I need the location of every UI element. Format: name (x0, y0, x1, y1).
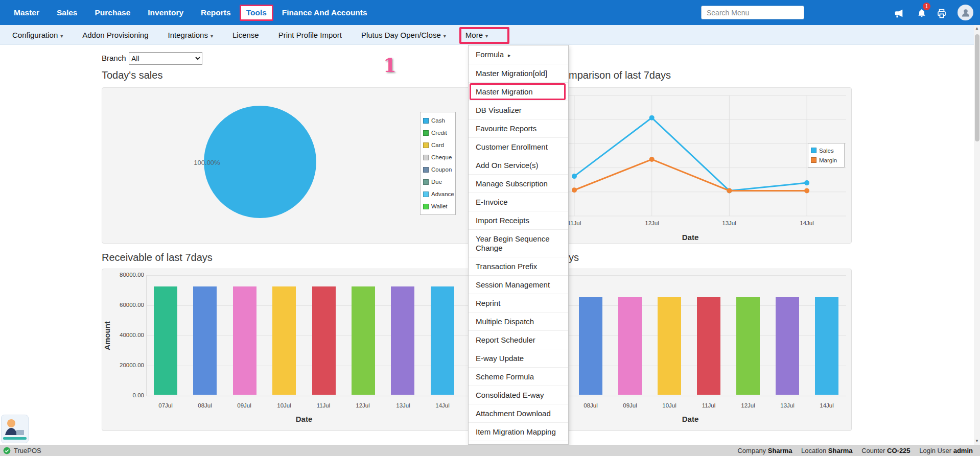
menu-item-manage-subscription[interactable]: Manage Subscription (469, 175, 568, 193)
branch-select[interactable]: All (129, 52, 202, 65)
nav-item-tools[interactable]: Tools (240, 5, 273, 21)
legend-item-due: Due (423, 176, 453, 188)
menu-item-item-migration-mapping[interactable]: Item Migration Mapping (469, 423, 568, 441)
scroll-down-arrow[interactable]: ▼ (974, 438, 980, 445)
bar-10jul (272, 286, 296, 395)
print-icon[interactable] (935, 7, 948, 20)
nav-item-inventory[interactable]: Inventory (139, 8, 192, 17)
subnav-item-configuration[interactable]: Configuration▾ (12, 31, 63, 39)
status-bar: TruePOS Company Sharma Location Sharma C… (0, 445, 980, 456)
menu-item-label: Favourite Reports (476, 124, 536, 133)
menu-item-reprint[interactable]: Reprint (469, 294, 568, 313)
company-label: Company (737, 447, 766, 454)
x-tick: 13Jul (776, 402, 799, 409)
nav-item-purchase[interactable]: Purchase (86, 8, 139, 17)
legend-item-margin: Margin (811, 155, 842, 165)
nav-item-sales[interactable]: Sales (48, 8, 86, 17)
y-tick: 60000.00 (110, 302, 144, 308)
user-avatar[interactable] (958, 5, 973, 20)
subnav-label: Print Profile Import (278, 31, 342, 39)
legend-swatch (423, 204, 429, 209)
nav-item-master[interactable]: Master (5, 8, 48, 17)
annotation-step-number: 1 (383, 54, 396, 77)
subnav-item-integrations[interactable]: Integrations▾ (168, 31, 213, 39)
menu-item-label: Formula (476, 50, 504, 59)
legend-label: Margin (819, 157, 837, 163)
y-axis-title: Amount (103, 318, 111, 354)
legend-item-cash: Cash (423, 114, 453, 127)
menu-item-multiple-dispatch[interactable]: Multiple Dispatch (469, 313, 568, 331)
menu-item-label: Multiple Dispatch (476, 317, 534, 326)
chart-title-receivable: Receivable of last 7days (102, 252, 213, 263)
menu-item-master-migration-old[interactable]: Master Migration[old] (469, 64, 568, 83)
bar-07jul (154, 286, 177, 395)
menu-item-formula[interactable]: Formula▸ (469, 45, 568, 64)
menu-item-label: E-way Update (476, 354, 524, 363)
subnav-label: License (232, 31, 259, 39)
subnav-label: More (465, 31, 483, 39)
more-menu: Formula▸ Master Migration[old] Master Mi… (468, 45, 569, 445)
menu-item-year-begin-sequence-change[interactable]: Year Begin Sequence Change (469, 230, 568, 257)
legend-swatch (811, 148, 816, 153)
menu-item-session-management[interactable]: Session Management (469, 276, 568, 294)
menu-item-label: Import Receipts (476, 216, 529, 225)
subnav-label: Addon Provisioning (82, 31, 148, 39)
announcement-icon[interactable] (892, 7, 905, 20)
menu-item-import-receipts[interactable]: Import Receipts (469, 211, 568, 230)
data-point-marker (727, 188, 732, 193)
menu-item-master-migration[interactable]: Master Migration (469, 83, 568, 101)
menu-item-transaction-prefix[interactable]: Transaction Prefix (469, 257, 568, 276)
nav-item-reports[interactable]: Reports (192, 8, 240, 17)
y-tick: 0.00 (110, 392, 144, 398)
notification-badge: 1 (923, 3, 930, 10)
app-name: TruePOS (14, 447, 41, 454)
vertical-scrollbar[interactable]: ▲ ▼ (974, 25, 980, 445)
menu-item-label: Year Begin Sequence Change (476, 234, 550, 252)
y-axis-line (147, 275, 147, 396)
subnav-item-more[interactable]: More▾ (465, 31, 488, 39)
menu-item-customer-enrollment[interactable]: Customer Enrollment (469, 138, 568, 156)
location-label: Location (801, 447, 826, 454)
menu-item-add-on-services[interactable]: Add On Service(s) (469, 156, 568, 175)
menu-item-label: Scheme Formula (476, 372, 534, 381)
app-window: Master Sales Purchase Inventory Reports … (0, 0, 980, 456)
search-input[interactable] (701, 6, 804, 19)
menu-item-label: Transaction Prefix (476, 262, 537, 271)
subnav-item-license[interactable]: License (232, 31, 259, 39)
legend-item-cheque: Cheque (423, 151, 453, 163)
nav-item-finance-and-accounts[interactable]: Finance And Accounts (273, 8, 376, 17)
legend-label: Cash (431, 117, 445, 124)
x-axis-title: Date (284, 415, 324, 423)
chart-title-todays-sales: Today's sales (102, 69, 162, 81)
scrollbar-thumb[interactable] (975, 34, 979, 141)
counter-value: CO-225 (887, 447, 911, 454)
menu-item-label: Consolidated E-way (476, 391, 544, 399)
subnav-label: Plutus Day Open/Close (361, 31, 441, 39)
menu-item-scheme-formula[interactable]: Scheme Formula (469, 368, 568, 386)
x-tick: 08Jul (194, 402, 216, 409)
tools-submenu-bar: Configuration▾ Addon Provisioning Integr… (0, 25, 980, 45)
menu-item-db-visualizer[interactable]: DB Visualizer (469, 101, 568, 119)
menu-item-favourite-reports[interactable]: Favourite Reports (469, 119, 568, 138)
menu-item-label: DB Visualizer (476, 106, 522, 114)
bar-13jul (391, 286, 414, 395)
more-menu-list: Formula▸ Master Migration[old] Master Mi… (469, 45, 568, 441)
scroll-up-arrow[interactable]: ▲ (974, 25, 980, 32)
line-legend: Sales Margin (808, 143, 845, 167)
menu-item-report-scheduler[interactable]: Report Scheduler (469, 331, 568, 349)
chevron-down-icon: ▾ (211, 33, 213, 39)
menu-item-e-way-update[interactable]: E-way Update (469, 349, 568, 368)
menu-item-consolidated-e-way[interactable]: Consolidated E-way (469, 386, 568, 404)
mascot-image (1, 415, 29, 445)
bar-11jul (312, 286, 336, 395)
top-navbar: Master Sales Purchase Inventory Reports … (0, 0, 980, 25)
menu-item-label: Attachment Download (476, 409, 551, 418)
x-tick: 08Jul (579, 402, 602, 409)
menu-item-attachment-download[interactable]: Attachment Download (469, 404, 568, 423)
subnav-item-print-profile-import[interactable]: Print Profile Import (278, 31, 342, 39)
menu-item-e-invoice[interactable]: E-Invoice (469, 193, 568, 211)
subnav-label: Integrations (168, 31, 208, 39)
subnav-item-addon-provisioning[interactable]: Addon Provisioning (82, 31, 148, 39)
subnav-item-plutus-day-open-close[interactable]: Plutus Day Open/Close▾ (361, 31, 446, 39)
x-tick: 14Jul (815, 402, 838, 409)
